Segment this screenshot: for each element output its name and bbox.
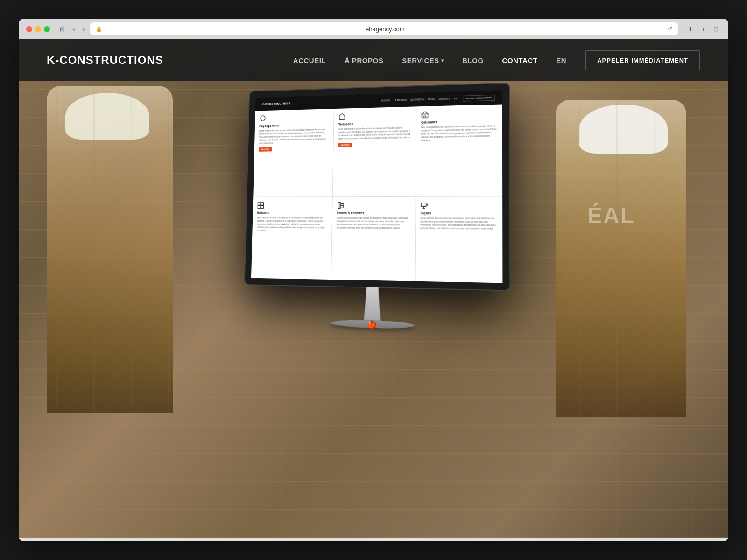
- balcons-icon: [257, 202, 264, 209]
- service-text-paysagement: Notre équipe de paysagistes crée des esp…: [259, 128, 329, 145]
- refresh-icon[interactable]: ↺: [668, 26, 672, 32]
- service-title-cabanons: Cabanons: [421, 119, 497, 124]
- back-button[interactable]: ‹: [71, 24, 77, 34]
- browser-actions: ⬆ + ⊡: [685, 25, 721, 34]
- inner-nav-links: ACCUEIL À PROPOS SERVICES ▾ BLOG CONTACT…: [381, 97, 457, 102]
- nav-a-propos[interactable]: À PROPOS: [345, 56, 383, 64]
- service-text-signes: Nous offrons des services de conception,…: [420, 217, 497, 230]
- svg-rect-3: [258, 206, 261, 209]
- signes-icon: [421, 202, 428, 209]
- lock-icon: 🔒: [96, 26, 102, 32]
- browser-window: ⊟ ‹ › 🔒 elragency.com ↺ ⬆ + ⊡: [19, 19, 728, 541]
- chevron-down-icon: ▾: [441, 58, 444, 63]
- cabanons-icon: [421, 111, 429, 119]
- paysagement-icon: [259, 115, 266, 122]
- maximize-button[interactable]: [44, 26, 50, 32]
- service-title-portes-fenetres: Portes & Fenêtres: [337, 211, 411, 215]
- site-logo: K-CONSTRUCTIONS: [47, 54, 163, 67]
- service-title-paysagement: Paysagement: [259, 123, 329, 127]
- svg-rect-2: [261, 203, 264, 205]
- service-card-signes: Signes Nous offrons des services de conc…: [415, 196, 502, 283]
- inner-website: K-CONSTRUCTIONS ACCUEIL À PROPOS SERVICE…: [251, 90, 502, 283]
- browser-content: K-CONSTRUCTIONS ACCUEIL À PROPOS SERVICE…: [19, 39, 728, 538]
- nav-contact[interactable]: CONTACT: [502, 56, 538, 64]
- svg-rect-1: [258, 203, 261, 205]
- service-card-cabanons: Cabanons Nos constructions de cabanons a…: [416, 104, 502, 196]
- browser-bottom-bar: [19, 538, 728, 541]
- inner-cta-button: APPELER IMMÉDIATEMENT: [463, 94, 495, 101]
- inner-services-grid: Paysagement Notre équipe de paysagistes …: [251, 104, 502, 283]
- svg-rect-8: [421, 203, 426, 207]
- nav-accueil[interactable]: ACCUEIL: [293, 56, 326, 64]
- hero-text: ÉAL: [587, 203, 635, 228]
- see-more-terrasses: Voir Plus: [338, 143, 352, 147]
- inner-nav-apropos: À PROPOS: [395, 98, 407, 102]
- inner-logo: K-CONSTRUCTIONS: [262, 102, 290, 105]
- service-card-paysagement: Paysagement Notre équipe de paysagistes …: [253, 109, 334, 197]
- apple-logo: 🍎: [367, 320, 377, 329]
- inner-nav-accueil: ACCUEIL: [381, 99, 391, 102]
- service-title-balcons: Balcons: [257, 211, 328, 215]
- inner-nav-blog: BLOG: [428, 98, 435, 100]
- inner-nav-services: SERVICES ▾: [411, 98, 425, 101]
- service-text-terrasses: Avec concession et confiance des terrass…: [338, 126, 411, 140]
- website-overlay: K-CONSTRUCTIONS ACCUEIL À PROPOS SERVICE…: [19, 39, 728, 538]
- monitor-screen: K-CONSTRUCTIONS ACCUEIL À PROPOS SERVICE…: [245, 84, 510, 290]
- service-text-cabanons: Nos constructions de cabanons alliant fo…: [421, 124, 498, 142]
- site-nav: ACCUEIL À PROPOS SERVICES ▾ BLOG CONTACT…: [293, 56, 566, 64]
- close-button[interactable]: [26, 26, 32, 32]
- nav-lang[interactable]: EN: [556, 56, 566, 64]
- service-card-portes-fenetres: Portes & Fenêtres Experts en installatio…: [331, 197, 416, 281]
- service-title-signes: Signes: [421, 211, 498, 215]
- site-navbar: K-CONSTRUCTIONS ACCUEIL À PROPOS SERVICE…: [19, 39, 728, 81]
- traffic-lights: [26, 26, 50, 32]
- inner-nav-lang: EN: [454, 97, 457, 100]
- portes-fenetres-icon: [337, 202, 345, 209]
- service-text-portes-fenetres: Experts en installation de portes et fen…: [337, 217, 410, 230]
- tabs-button[interactable]: ⊡: [711, 25, 721, 34]
- monitor-stand-neck: [360, 287, 384, 321]
- forward-button[interactable]: ›: [81, 24, 87, 34]
- sidebar-toggle[interactable]: ⊟: [57, 25, 67, 34]
- terrasses-icon: [338, 113, 346, 120]
- monitor-container: K-CONSTRUCTIONS ACCUEIL À PROPOS SERVICE…: [244, 84, 510, 333]
- inner-nav-contact: CONTACT: [439, 98, 450, 101]
- address-bar: 🔒 elragency.com ↺: [90, 22, 678, 35]
- service-card-terrasses: Terrasses Avec concession et confiance d…: [333, 106, 416, 196]
- svg-rect-4: [261, 206, 264, 209]
- service-card-balcons: Balcons Spécialistes dans la conception,…: [251, 197, 332, 280]
- see-more-paysagement: Voir Plus: [259, 147, 272, 152]
- new-tab-button[interactable]: +: [699, 25, 707, 34]
- url-input[interactable]: elragency.com: [105, 26, 665, 33]
- cta-button[interactable]: APPELER IMMÉDIATEMENT: [585, 50, 700, 70]
- browser-titlebar: ⊟ ‹ › 🔒 elragency.com ↺ ⬆ + ⊡: [19, 19, 728, 39]
- nav-blog[interactable]: BLOG: [462, 56, 483, 64]
- share-button[interactable]: ⬆: [685, 25, 695, 34]
- minimize-button[interactable]: [35, 26, 41, 32]
- service-title-terrasses: Terrasses: [338, 121, 411, 126]
- service-text-balcons: Spécialistes dans la conception, la réno…: [257, 216, 328, 232]
- nav-services[interactable]: SERVICES ▾: [402, 56, 444, 64]
